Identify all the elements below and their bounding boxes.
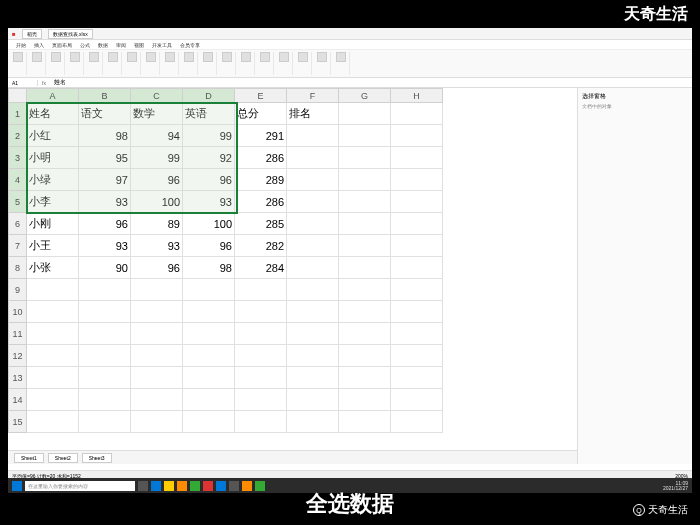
cell[interactable] — [339, 103, 391, 125]
cell[interactable] — [391, 169, 443, 191]
cell[interactable] — [287, 389, 339, 411]
cell[interactable] — [391, 389, 443, 411]
cell[interactable] — [339, 125, 391, 147]
cell[interactable] — [235, 323, 287, 345]
select-all-corner[interactable] — [9, 89, 27, 103]
ribbon-tab[interactable]: 开始 — [16, 42, 26, 48]
cell[interactable] — [235, 367, 287, 389]
cell[interactable]: 286 — [235, 147, 287, 169]
cell[interactable] — [79, 411, 131, 433]
cell[interactable]: 100 — [131, 191, 183, 213]
cell[interactable] — [391, 323, 443, 345]
cell[interactable]: 小红 — [27, 125, 79, 147]
cell[interactable] — [287, 213, 339, 235]
sheet-tab[interactable]: Sheet1 — [14, 453, 44, 463]
cell[interactable]: 90 — [79, 257, 131, 279]
cell[interactable] — [339, 367, 391, 389]
wrap-icon[interactable] — [127, 52, 137, 62]
cell[interactable]: 小张 — [27, 257, 79, 279]
cell[interactable]: 93 — [79, 191, 131, 213]
cell[interactable]: 96 — [131, 257, 183, 279]
find-icon[interactable] — [336, 52, 346, 62]
cell[interactable]: 286 — [235, 191, 287, 213]
cell[interactable] — [79, 389, 131, 411]
sheet-tab[interactable]: Sheet2 — [48, 453, 78, 463]
cell[interactable]: 98 — [79, 125, 131, 147]
col-header[interactable]: A — [27, 89, 79, 103]
cell[interactable] — [391, 301, 443, 323]
cell[interactable]: 93 — [183, 191, 235, 213]
spreadsheet-grid[interactable]: A B C D E F G H 1 姓名 语文 数学 英语 总分 — [8, 88, 443, 433]
cell[interactable]: 92 — [183, 147, 235, 169]
cell[interactable]: 小绿 — [27, 169, 79, 191]
format-icon[interactable] — [51, 52, 61, 62]
cell[interactable] — [183, 367, 235, 389]
sum-icon[interactable] — [203, 52, 213, 62]
cell[interactable]: 284 — [235, 257, 287, 279]
cell[interactable] — [391, 191, 443, 213]
cell[interactable] — [391, 345, 443, 367]
row-icon[interactable] — [279, 52, 289, 62]
cell[interactable]: 数学 — [131, 103, 183, 125]
cell[interactable] — [131, 367, 183, 389]
cell[interactable] — [27, 411, 79, 433]
cell[interactable]: 89 — [131, 213, 183, 235]
cell[interactable]: 98 — [183, 257, 235, 279]
row-header[interactable]: 5 — [9, 191, 27, 213]
cell[interactable]: 93 — [79, 235, 131, 257]
cell[interactable] — [183, 411, 235, 433]
cell[interactable] — [287, 411, 339, 433]
sheet-area[interactable]: A B C D E F G H 1 姓名 语文 数学 英语 总分 — [8, 88, 577, 464]
row-header[interactable]: 2 — [9, 125, 27, 147]
cell[interactable] — [391, 125, 443, 147]
col-header[interactable]: G — [339, 89, 391, 103]
condfmt-icon[interactable] — [165, 52, 175, 62]
cell[interactable] — [183, 279, 235, 301]
file-tab-1[interactable]: 稻壳 — [22, 29, 42, 39]
row-header[interactable]: 7 — [9, 235, 27, 257]
row-header[interactable]: 10 — [9, 301, 27, 323]
cell[interactable] — [287, 323, 339, 345]
cell[interactable]: 小刚 — [27, 213, 79, 235]
cell[interactable] — [183, 323, 235, 345]
sort-icon[interactable] — [222, 52, 232, 62]
cell[interactable] — [287, 169, 339, 191]
cell[interactable] — [27, 301, 79, 323]
cell[interactable] — [339, 345, 391, 367]
paste-icon[interactable] — [13, 52, 23, 62]
col-icon[interactable] — [298, 52, 308, 62]
cell[interactable] — [131, 279, 183, 301]
cell[interactable] — [27, 389, 79, 411]
cell[interactable] — [131, 345, 183, 367]
cell[interactable]: 96 — [183, 235, 235, 257]
cell[interactable]: 小李 — [27, 191, 79, 213]
cell[interactable]: 英语 — [183, 103, 235, 125]
row-header[interactable]: 8 — [9, 257, 27, 279]
cell[interactable] — [79, 301, 131, 323]
row-header[interactable]: 6 — [9, 213, 27, 235]
ribbon-tab[interactable]: 插入 — [34, 42, 44, 48]
ribbon-tab[interactable]: 数据 — [98, 42, 108, 48]
row-header[interactable]: 11 — [9, 323, 27, 345]
cell[interactable]: 93 — [131, 235, 183, 257]
cell[interactable] — [79, 345, 131, 367]
cell[interactable]: 姓名 — [27, 103, 79, 125]
cell[interactable] — [287, 367, 339, 389]
ribbon-tab[interactable]: 公式 — [80, 42, 90, 48]
cell[interactable] — [339, 147, 391, 169]
font-icon[interactable] — [70, 52, 80, 62]
ribbon-tab[interactable]: 审阅 — [116, 42, 126, 48]
cell[interactable]: 排名 — [287, 103, 339, 125]
cell[interactable]: 100 — [183, 213, 235, 235]
cell[interactable] — [79, 279, 131, 301]
cell[interactable] — [339, 213, 391, 235]
col-header[interactable]: E — [235, 89, 287, 103]
freeze-icon[interactable] — [317, 52, 327, 62]
cell[interactable] — [287, 235, 339, 257]
cell[interactable]: 97 — [79, 169, 131, 191]
cell[interactable] — [339, 191, 391, 213]
col-header[interactable]: F — [287, 89, 339, 103]
cell[interactable] — [27, 367, 79, 389]
cell[interactable] — [287, 279, 339, 301]
cell[interactable] — [391, 257, 443, 279]
